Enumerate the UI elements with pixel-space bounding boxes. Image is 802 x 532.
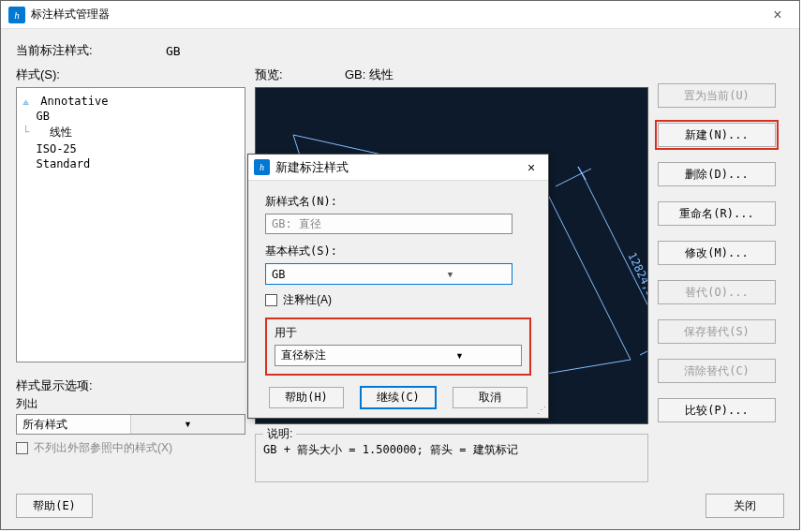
display-options-label: 样式显示选项: (16, 377, 245, 394)
close-button[interactable]: 关闭 (705, 494, 784, 518)
styles-label: 样式(S): (16, 66, 245, 83)
checkbox-box (265, 294, 277, 306)
dimension-text: 12824,51 (625, 250, 648, 304)
dialog-continue-button[interactable]: 继续(C) (361, 387, 436, 408)
checkbox-label: 不列出外部参照中的样式(X) (34, 440, 172, 456)
chevron-down-icon: ▼ (389, 270, 512, 279)
description-group: 说明: GB + 箭头大小 = 1.500000; 箭头 = 建筑标记 (255, 434, 648, 482)
preview-value: GB: 线性 (345, 66, 394, 83)
combo-value: 所有样式 (17, 417, 130, 433)
used-for-group: 用于 直径标注 ▼ (265, 318, 531, 376)
new-name-label: 新样式名(N): (265, 194, 531, 210)
base-style-label: 基本样式(S): (265, 244, 531, 259)
checkbox-box (16, 442, 28, 454)
new-name-input[interactable]: GB: 直径 (265, 214, 512, 234)
clear-override-button[interactable]: 清除替代(C) (658, 359, 776, 383)
preview-label: 预览: (255, 66, 345, 83)
description-label: 说明: (263, 426, 296, 442)
app-icon: h (8, 7, 25, 23)
list-item[interactable]: GB (21, 109, 241, 124)
list-item[interactable]: └ 线性 (21, 124, 241, 141)
current-style-value: GB (166, 44, 181, 58)
window-title: 标注样式管理器 (31, 7, 764, 22)
list-item[interactable]: Standard (21, 156, 241, 171)
new-style-dialog: h 新建标注样式 × 新样式名(N): GB: 直径 基本样式(S): GB ▼… (247, 154, 549, 419)
combo-value: GB (266, 268, 389, 281)
help-button[interactable]: 帮助(E) (16, 494, 93, 518)
save-override-button[interactable]: 保存替代(S) (658, 319, 776, 344)
override-button[interactable]: 替代(O)... (658, 280, 776, 304)
description-text: GB + 箭头大小 = 1.500000; 箭头 = 建筑标记 (263, 442, 640, 458)
new-button[interactable]: 新建(N)... (658, 123, 776, 147)
annotative-checkbox[interactable]: 注释性(A) (265, 292, 531, 308)
dialog-close-icon[interactable]: × (520, 160, 542, 175)
svg-line-1 (640, 337, 648, 355)
dialog-title: 新建标注样式 (275, 159, 520, 176)
compare-button[interactable]: 比较(P)... (658, 398, 776, 422)
combo-value: 直径标注 (275, 347, 398, 363)
resize-grip-icon[interactable]: ⋰ (537, 406, 546, 416)
list-item[interactable]: ISO-25 (21, 141, 241, 156)
delete-button[interactable]: 删除(D)... (658, 162, 776, 186)
checkbox-label: 注释性(A) (283, 292, 332, 308)
hide-xref-checkbox[interactable]: 不列出外部参照中的样式(X) (16, 440, 245, 456)
styles-listbox[interactable]: ⟁ Annotative GB └ 线性 ISO-25 Standard (16, 87, 245, 362)
modify-button[interactable]: 修改(M)... (658, 241, 776, 265)
used-for-combo[interactable]: 直径标注 ▼ (275, 345, 522, 366)
base-style-combo[interactable]: GB ▼ (265, 263, 512, 285)
dialog-app-icon: h (254, 159, 270, 175)
dialog-help-button[interactable]: 帮助(H) (269, 387, 344, 408)
chevron-down-icon: ▼ (398, 351, 521, 361)
rename-button[interactable]: 重命名(R)... (658, 201, 776, 226)
dialog-cancel-button[interactable]: 取消 (453, 387, 527, 408)
annotative-icon: ⟁ (22, 95, 34, 108)
window-close-icon[interactable]: × (764, 7, 792, 23)
list-filter-combo[interactable]: 所有样式 ▼ (16, 414, 245, 435)
set-current-button[interactable]: 置为当前(U) (658, 83, 776, 108)
used-for-label: 用于 (275, 325, 522, 341)
list-filter-label: 列出 (16, 396, 245, 412)
chevron-down-icon: ▼ (130, 415, 245, 434)
list-item[interactable]: ⟁ Annotative (21, 94, 241, 109)
current-style-label: 当前标注样式: (16, 42, 166, 59)
svg-line-0 (556, 169, 591, 186)
